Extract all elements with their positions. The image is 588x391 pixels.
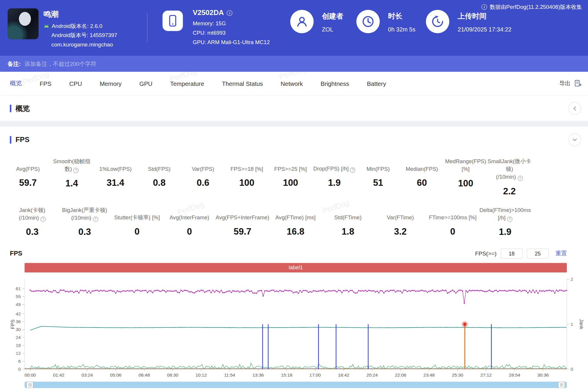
stat-avg-fps: Avg(FPS)59.7 <box>6 158 50 196</box>
export-button[interactable]: 导出 <box>559 79 582 88</box>
tab-temperature[interactable]: Temperature <box>170 80 204 87</box>
svg-text:30:36: 30:36 <box>537 372 549 377</box>
svg-text:1: 1 <box>571 322 573 327</box>
fps-collapse-button[interactable] <box>568 133 581 146</box>
help-icon[interactable]: ? <box>507 216 512 222</box>
stat-label: Avg(FPS) <box>6 158 50 173</box>
tab-概览[interactable]: 概览 <box>10 80 22 88</box>
tab-gpu[interactable]: GPU <box>139 80 153 87</box>
reset-link[interactable]: 重置 <box>555 250 567 257</box>
stat-label: Var(FTime) <box>374 206 426 221</box>
tab-fps[interactable]: FPS <box>40 80 51 87</box>
stat-value: 0 <box>111 226 163 237</box>
stat-value: 100 <box>269 178 313 188</box>
tab-battery[interactable]: Battery <box>367 80 386 87</box>
header-divider <box>147 13 147 42</box>
svg-text:06:48: 06:48 <box>138 372 150 377</box>
android-version: Android版本名: 2.6.0 <box>52 23 102 30</box>
svg-text:27:12: 27:12 <box>480 372 492 377</box>
stat-delta-ftime-100ms-h: Delta(FTime)>100ms [/h]?1.9 <box>479 206 531 237</box>
svg-text:55: 55 <box>16 294 21 299</box>
svg-text:01:42: 01:42 <box>53 372 64 377</box>
stat-value: 59.7 <box>6 178 50 188</box>
svg-text:05:06: 05:06 <box>110 372 121 377</box>
stat-median-fps: Median(FPS)60 <box>400 158 444 196</box>
fps-filter-label: FPS(>=) <box>475 250 497 257</box>
overview-collapse-button[interactable] <box>568 102 581 115</box>
svg-text:03:24: 03:24 <box>81 372 93 377</box>
app-package: com.kurogame.mingchao <box>44 41 139 48</box>
title-accent-bar <box>10 136 11 144</box>
stat-label: Var(FPS) <box>181 158 225 173</box>
fps-chart[interactable]: 6155494236302418126021000:0001:4203:2405… <box>11 275 585 379</box>
svg-text:6: 6 <box>18 359 21 364</box>
fps-section: FPS Avg(FPS)59.7Smooth(稳帧指数)?1.41%Low(FP… <box>0 127 588 391</box>
help-icon[interactable]: ? <box>40 216 46 222</box>
stat-label: FTime>=100ms [%] <box>427 206 479 221</box>
svg-text:20:24: 20:24 <box>366 372 378 377</box>
stat-bigjank-严重卡顿: BigJank(严重卡顿)(/10min)?0.3 <box>59 206 111 237</box>
app-info: 鸣潮 Android版本名: 2.6.0 Android版本号: 1455973… <box>8 8 139 48</box>
stat-smalljank-微小卡顿: SmallJank(微小卡顿)(/10min)?2.2 <box>487 158 531 196</box>
help-icon[interactable]: ? <box>350 167 355 173</box>
fps-stats-row-2: Jank(卡顿)(/10min)?0.3BigJank(严重卡顿)(/10min… <box>0 206 588 237</box>
creator-block: 创建者 ZOL <box>290 8 343 33</box>
stat-label: SmallJank(微小卡顿)(/10min)? <box>487 158 531 181</box>
stat-value: 100 <box>444 178 487 188</box>
stat-label: Std(FTime) <box>322 206 374 221</box>
stat-value: 1.9 <box>313 178 356 188</box>
help-icon[interactable]: ? <box>517 176 523 181</box>
svg-text:17:00: 17:00 <box>310 372 321 377</box>
stat-value: 2.2 <box>487 186 531 196</box>
overview-section: 概览 <box>0 96 588 121</box>
svg-text:15:18: 15:18 <box>281 372 293 377</box>
chart-scrollbar[interactable] <box>25 382 567 388</box>
svg-text:36: 36 <box>16 319 21 324</box>
svg-text:13:36: 13:36 <box>253 372 264 377</box>
stat-label: Delta(FTime)>100ms [/h]? <box>479 206 531 222</box>
stat-label: Min(FPS) <box>356 158 400 173</box>
fps-max-input[interactable] <box>527 249 549 258</box>
stat-value: 0.3 <box>59 227 111 237</box>
stat-value: 51 <box>356 178 400 188</box>
fps-filter: FPS(>=) 重置 <box>475 249 567 258</box>
svg-text:23:48: 23:48 <box>423 372 435 377</box>
overview-title: 概览 <box>10 103 30 113</box>
svg-text:Jank: Jank <box>579 319 584 330</box>
fps-chart-title: FPS <box>10 250 22 257</box>
device-info-icon[interactable]: i <box>227 10 233 16</box>
tab-thermal-status[interactable]: Thermal Status <box>222 80 263 87</box>
fps-min-input[interactable] <box>501 249 523 258</box>
stat-value: 31.4 <box>93 178 137 188</box>
svg-text:49: 49 <box>16 302 21 307</box>
tab-cpu[interactable]: CPU <box>69 80 82 87</box>
header: 鸣潮 Android版本名: 2.6.0 Android版本号: 1455973… <box>0 0 588 56</box>
tab-brightness[interactable]: Brightness <box>320 80 349 87</box>
stat-label: Drop(FPS) [/h]? <box>313 158 356 173</box>
person-icon <box>290 10 314 33</box>
note-input[interactable]: 添加备注，不超过200个字符 <box>25 60 96 67</box>
stat-medrange-fps-%: MedRange(FPS)[%]100 <box>444 158 487 196</box>
stat-label: Avg(FTime) [ms] <box>269 206 322 221</box>
stat-label: Smooth(稳帧指数)? <box>50 158 93 173</box>
stat-var-fps: Var(FPS)0.6 <box>181 158 225 196</box>
svg-text:28:54: 28:54 <box>509 372 520 377</box>
svg-text:24: 24 <box>16 335 21 340</box>
svg-text:10:12: 10:12 <box>196 372 207 377</box>
help-icon[interactable]: ? <box>74 168 79 173</box>
stat-label: FPS>=25 [%] <box>269 158 313 173</box>
tab-network[interactable]: Network <box>281 80 303 87</box>
android-icon <box>44 24 50 29</box>
stat-label: Stutter(卡顿率) [%] <box>111 206 163 221</box>
help-icon[interactable]: ? <box>93 216 98 222</box>
stat-value: 100 <box>225 178 269 188</box>
chevron-left-icon <box>572 106 577 111</box>
history-icon <box>426 10 450 33</box>
scrollbar-left-handle[interactable] <box>26 382 33 388</box>
scrollbar-right-handle[interactable] <box>558 382 565 388</box>
tab-memory[interactable]: Memory <box>100 80 121 87</box>
stat-value: 0.8 <box>137 178 181 188</box>
stat-stutter-卡顿率-%: Stutter(卡顿率) [%]0 <box>111 206 163 237</box>
stat-jank-卡顿: Jank(卡顿)(/10min)?0.3 <box>6 206 59 237</box>
stat-label: 1%Low(FPS) <box>93 158 137 173</box>
